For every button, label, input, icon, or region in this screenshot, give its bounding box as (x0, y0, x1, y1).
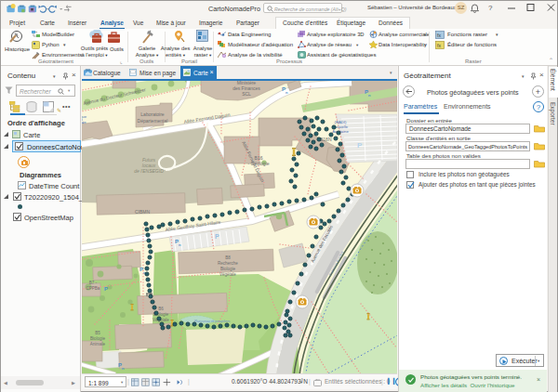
svg-text:Ruisseau et peupliers: Ruisseau et peupliers (194, 319, 230, 323)
svg-text:Recherche: Recherche (218, 261, 238, 266)
svg-text:SCL: SCL (242, 91, 251, 97)
svg-text:- Géologie: - Géologie (247, 161, 269, 166)
svg-text:Départemental: Départemental (138, 118, 168, 124)
svg-text:B8: B8 (225, 255, 231, 260)
svg-text:de l'ENSEGID: de l'ENSEGID (134, 168, 164, 174)
svg-text:Laboratoire: Laboratoire (140, 111, 165, 117)
svg-text:P: P (215, 233, 219, 240)
svg-text:Biologie: Biologie (220, 267, 236, 271)
svg-text:iste: iste (82, 120, 86, 124)
svg-text:B18N: B18N (320, 137, 332, 142)
svg-text:Végétale: Végétale (219, 272, 236, 277)
svg-text:B6: B6 (158, 307, 164, 311)
svg-text:CIBMN: CIBMN (135, 209, 151, 215)
svg-text:CPPBa: CPPBa (86, 286, 100, 291)
svg-text:fx: fx (437, 43, 441, 48)
svg-text:Animale: Animale (90, 342, 106, 346)
svg-text:fx: fx (437, 33, 441, 38)
svg-text:B5: B5 (95, 331, 100, 335)
svg-text:P: P (357, 141, 363, 150)
svg-text:B7 -: B7 - (89, 281, 98, 285)
svg-text:que: que (82, 114, 87, 119)
svg-text:Biologie: Biologie (90, 336, 106, 341)
svg-text:P: P (104, 286, 108, 292)
